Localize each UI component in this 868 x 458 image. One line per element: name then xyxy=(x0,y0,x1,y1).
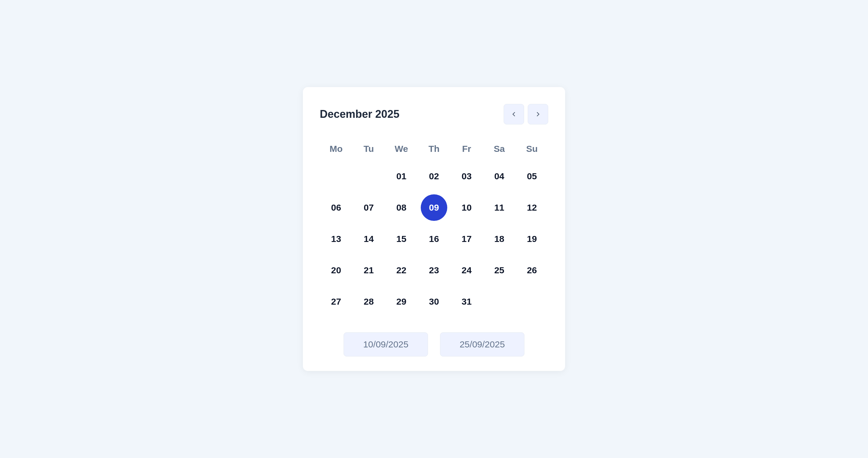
day-cell: 07 xyxy=(352,196,385,219)
day-button-06[interactable]: 06 xyxy=(328,200,344,216)
day-cell: 13 xyxy=(320,228,352,251)
day-button-21[interactable]: 21 xyxy=(361,262,376,278)
day-cell: 15 xyxy=(385,228,418,251)
day-cell: 30 xyxy=(418,290,450,313)
day-button-14[interactable]: 14 xyxy=(361,231,376,247)
month-year-label: December 2025 xyxy=(320,108,399,121)
day-button-15[interactable]: 15 xyxy=(394,231,409,247)
weekday-label: Th xyxy=(418,144,450,154)
day-button-09[interactable]: 09 xyxy=(421,194,447,221)
day-button-17[interactable]: 17 xyxy=(459,231,474,247)
day-button-24[interactable]: 24 xyxy=(459,262,474,278)
day-cell: 31 xyxy=(450,290,483,313)
day-button-03[interactable]: 03 xyxy=(459,168,474,184)
chevron-right-icon xyxy=(534,110,542,118)
day-cell: 19 xyxy=(516,228,548,251)
nav-buttons xyxy=(504,104,548,125)
day-button-10[interactable]: 10 xyxy=(459,200,474,216)
day-cell: 01 xyxy=(385,165,418,188)
day-button-12[interactable]: 12 xyxy=(524,200,540,216)
day-button-31[interactable]: 31 xyxy=(459,294,474,309)
day-button-29[interactable]: 29 xyxy=(394,294,409,309)
day-cell: 23 xyxy=(418,259,450,282)
day-button-11[interactable]: 11 xyxy=(492,200,507,216)
day-cell: 09 xyxy=(418,196,450,219)
day-button-22[interactable]: 22 xyxy=(394,262,409,278)
day-button-30[interactable]: 30 xyxy=(426,294,442,309)
chevron-left-icon xyxy=(510,110,518,118)
day-button-28[interactable]: 28 xyxy=(361,294,376,309)
day-button-01[interactable]: 01 xyxy=(394,168,409,184)
prev-month-button[interactable] xyxy=(504,104,524,125)
day-cell: 21 xyxy=(352,259,385,282)
weekday-label: We xyxy=(385,144,418,154)
calendar-header: December 2025 xyxy=(320,104,548,125)
day-button-23[interactable]: 23 xyxy=(426,262,442,278)
day-button-07[interactable]: 07 xyxy=(361,200,376,216)
day-cell: 16 xyxy=(418,228,450,251)
day-cell: 22 xyxy=(385,259,418,282)
weekday-label: Tu xyxy=(352,144,385,154)
day-cell: 03 xyxy=(450,165,483,188)
weekday-label: Fr xyxy=(450,144,483,154)
date-range-footer xyxy=(320,328,548,356)
day-cell: 02 xyxy=(418,165,450,188)
day-cell: 24 xyxy=(450,259,483,282)
day-cell: 29 xyxy=(385,290,418,313)
day-button-13[interactable]: 13 xyxy=(328,231,344,247)
weekday-label: Mo xyxy=(320,144,352,154)
calendar-card: December 2025 MoTuWeThFrSaSu 01020304050… xyxy=(303,87,565,371)
weekday-label: Su xyxy=(516,144,548,154)
next-month-button[interactable] xyxy=(528,104,548,125)
day-cell: 12 xyxy=(516,196,548,219)
day-button-04[interactable]: 04 xyxy=(492,168,507,184)
day-cell: 27 xyxy=(320,290,352,313)
weekday-header-row: MoTuWeThFrSaSu xyxy=(320,144,548,154)
day-cell: 17 xyxy=(450,228,483,251)
day-button-18[interactable]: 18 xyxy=(492,231,507,247)
day-cell: 25 xyxy=(483,259,516,282)
day-button-25[interactable]: 25 xyxy=(492,262,507,278)
day-button-16[interactable]: 16 xyxy=(426,231,442,247)
day-button-05[interactable]: 05 xyxy=(524,168,540,184)
day-button-02[interactable]: 02 xyxy=(426,168,442,184)
day-button-20[interactable]: 20 xyxy=(328,262,344,278)
day-cell: 26 xyxy=(516,259,548,282)
day-cell: 08 xyxy=(385,196,418,219)
day-cell: 04 xyxy=(483,165,516,188)
day-cell: 10 xyxy=(450,196,483,219)
day-cell: 20 xyxy=(320,259,352,282)
day-button-26[interactable]: 26 xyxy=(524,262,540,278)
day-cell: 14 xyxy=(352,228,385,251)
start-date-input[interactable] xyxy=(344,332,428,356)
weekday-label: Sa xyxy=(483,144,516,154)
day-cell: 28 xyxy=(352,290,385,313)
day-button-19[interactable]: 19 xyxy=(524,231,540,247)
day-cell: 11 xyxy=(483,196,516,219)
day-cell: 18 xyxy=(483,228,516,251)
end-date-input[interactable] xyxy=(440,332,524,356)
day-cell: 05 xyxy=(516,165,548,188)
day-button-27[interactable]: 27 xyxy=(328,294,344,309)
day-cell: 06 xyxy=(320,196,352,219)
day-button-08[interactable]: 08 xyxy=(394,200,409,216)
days-grid: 0102030405060708091011121314151617181920… xyxy=(320,165,548,313)
